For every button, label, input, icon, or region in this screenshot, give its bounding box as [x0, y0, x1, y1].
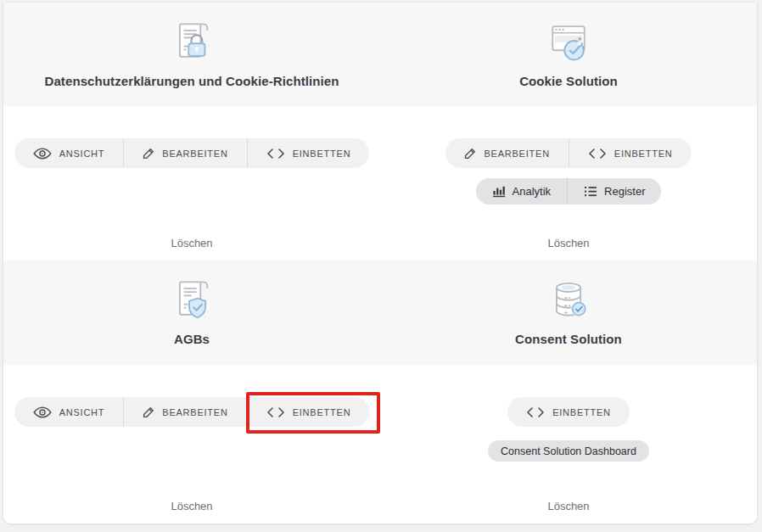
- button-label: EINBETTEN: [293, 407, 351, 417]
- legal-documents-card: Datenschutzerklärungen und Cookie-Richtl…: [3, 2, 758, 524]
- consent-solution-card-title: Consent Solution: [515, 332, 622, 346]
- agb-actions: ANSICHT BEARBEITEN EINBETTEN Löschen: [3, 365, 380, 524]
- browser-cookie-icon: [543, 14, 594, 67]
- button-label: EINBETTEN: [552, 407, 611, 417]
- cookie-delete-link[interactable]: Löschen: [547, 237, 589, 249]
- button-label: BEARBEITEN: [162, 148, 227, 159]
- agb-einbetten-button[interactable]: EINBETTEN: [248, 397, 370, 427]
- button-label: ANSICHT: [59, 407, 105, 417]
- agb-delete-link[interactable]: Löschen: [171, 500, 212, 512]
- privacy-ansicht-button[interactable]: ANSICHT: [14, 138, 124, 168]
- header-row-privacy-cookie: Datenschutzerklärungen und Cookie-Richtl…: [3, 3, 757, 106]
- agb-card-title: AGBs: [174, 332, 210, 346]
- list-icon: [584, 186, 597, 197]
- bar-chart-icon: [492, 185, 506, 198]
- privacy-bearbeiten-button[interactable]: BEARBEITEN: [124, 138, 246, 168]
- privacy-einbetten-button[interactable]: EINBETTEN: [248, 138, 370, 168]
- button-label: BEARBEITEN: [484, 148, 549, 159]
- button-label: EINBETTEN: [614, 148, 673, 159]
- pencil-icon: [143, 406, 154, 418]
- button-label: Analytik: [513, 185, 552, 198]
- pencil-icon: [464, 148, 476, 160]
- document-shield-icon: [166, 272, 217, 325]
- button-label: Register: [604, 185, 645, 198]
- card-agb-header: AGBs: [3, 260, 380, 365]
- button-label: EINBETTEN: [293, 148, 351, 159]
- code-icon: [266, 148, 285, 159]
- cookie-solution-actions: BEARBEITEN EINBETTEN Analytik Register: [380, 106, 757, 260]
- privacy-card-title: Datenschutzerklärungen und Cookie-Richtl…: [44, 74, 339, 88]
- privacy-actions: ANSICHT BEARBEITEN EINBETTEN Löschen: [3, 106, 380, 260]
- consent-delete-link[interactable]: Löschen: [547, 500, 589, 512]
- cookie-button-group: BEARBEITEN EINBETTEN: [445, 138, 691, 168]
- cookie-bearbeiten-button[interactable]: BEARBEITEN: [445, 138, 568, 168]
- agb-button-group: ANSICHT BEARBEITEN EINBETTEN: [14, 397, 370, 427]
- agb-ansicht-button[interactable]: ANSICHT: [14, 397, 124, 427]
- eye-icon: [33, 148, 52, 160]
- privacy-delete-link[interactable]: Löschen: [171, 237, 212, 249]
- consent-solution-actions: EINBETTEN Consent Solution Dashboard Lös…: [380, 365, 757, 524]
- card-consent-solution-header: Consent Solution: [380, 260, 757, 365]
- cookie-einbetten-button[interactable]: EINBETTEN: [569, 138, 692, 168]
- button-label: ANSICHT: [59, 148, 105, 159]
- register-button[interactable]: Register: [568, 178, 661, 204]
- cookie-solution-card-title: Cookie Solution: [519, 74, 618, 88]
- consent-dashboard-button[interactable]: Consent Solution Dashboard: [488, 440, 649, 462]
- privacy-button-group: ANSICHT BEARBEITEN EINBETTEN: [14, 138, 370, 168]
- card-cookie-solution-header: Cookie Solution: [380, 3, 757, 106]
- eye-icon: [33, 406, 52, 418]
- agb-einbetten-highlight-wrap: EINBETTEN: [248, 397, 370, 427]
- action-row-privacy-cookie: ANSICHT BEARBEITEN EINBETTEN Löschen: [3, 106, 757, 260]
- consent-button-group: EINBETTEN: [507, 397, 630, 427]
- action-row-agb-consent: ANSICHT BEARBEITEN EINBETTEN Löschen: [3, 365, 757, 524]
- card-privacy-header: Datenschutzerklärungen und Cookie-Richtl…: [3, 3, 380, 106]
- database-check-icon: [543, 272, 594, 325]
- code-icon: [588, 148, 607, 159]
- agb-bearbeiten-button[interactable]: BEARBEITEN: [124, 397, 246, 427]
- document-lock-icon: [166, 14, 217, 67]
- consent-einbetten-button[interactable]: EINBETTEN: [507, 397, 630, 427]
- analytik-button[interactable]: Analytik: [476, 178, 568, 204]
- button-label: BEARBEITEN: [162, 407, 227, 417]
- code-icon: [266, 407, 285, 417]
- page-background-strip: [0, 524, 762, 532]
- header-row-agb-consent: AGBs Consent Solution: [3, 260, 757, 365]
- code-icon: [526, 407, 545, 417]
- pencil-icon: [143, 148, 154, 160]
- cookie-secondary-group: Analytik Register: [476, 178, 662, 204]
